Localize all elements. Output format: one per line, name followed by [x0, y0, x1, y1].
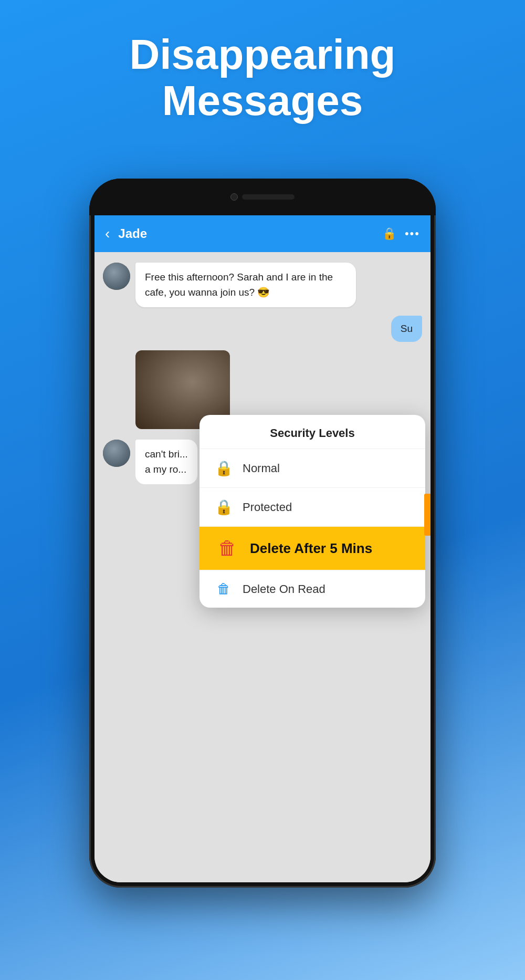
more-options-button[interactable]: ••• [405, 227, 420, 241]
avatar-jade [103, 263, 130, 290]
hero-title: Disappearing Messages [0, 32, 525, 124]
security-level-delete-on-read[interactable]: 🗑 Delete On Read [200, 570, 425, 608]
lock-icon[interactable]: 🔒 [382, 227, 396, 241]
phone-notch [89, 179, 436, 215]
message-bubble-incoming: Free this afternoon? Sarah and I are in … [135, 263, 356, 307]
phone-screen: ‹ Jade 🔒 ••• Free this afternoon? Sarah … [94, 215, 430, 882]
delete-after-label: Delete After 5 Mins [250, 540, 372, 557]
chat-header: ‹ Jade 🔒 ••• [94, 215, 430, 252]
partial-message: can't bri...a my ro... [135, 440, 197, 484]
security-level-delete-after[interactable]: 🗑 Delete After 5 Mins [200, 527, 425, 570]
chat-body: Free this afternoon? Sarah and I are in … [94, 252, 430, 882]
security-level-protected[interactable]: 🔒 Protected [200, 488, 425, 527]
side-accent [424, 494, 430, 536]
avatar-image-2 [103, 440, 130, 467]
phone-frame: ‹ Jade 🔒 ••• Free this afternoon? Sarah … [89, 179, 436, 888]
phone-speaker [242, 194, 295, 200]
lock-icon-protected: 🔒 [214, 498, 233, 516]
trash-icon-red: 🗑 [214, 537, 240, 559]
back-button[interactable]: ‹ [105, 225, 110, 242]
phone-camera [230, 193, 238, 201]
message-bubble-outgoing: Su [391, 316, 422, 342]
trash-icon-blue: 🗑 [214, 581, 233, 597]
contact-name: Jade [118, 226, 374, 241]
lock-icon-normal: 🔒 [214, 460, 233, 477]
message-row-outgoing: Su [103, 316, 422, 342]
normal-label: Normal [243, 462, 280, 475]
delete-on-read-label: Delete On Read [243, 582, 326, 596]
security-popup: Security Levels 🔒 Normal 🔒 Protected 🗑 D… [200, 415, 425, 608]
popup-title: Security Levels [200, 415, 425, 449]
avatar-jade-2 [103, 440, 130, 467]
security-level-normal[interactable]: 🔒 Normal [200, 449, 425, 488]
message-row-incoming-1: Free this afternoon? Sarah and I are in … [103, 263, 422, 307]
protected-label: Protected [243, 501, 292, 514]
avatar-image [103, 263, 130, 290]
